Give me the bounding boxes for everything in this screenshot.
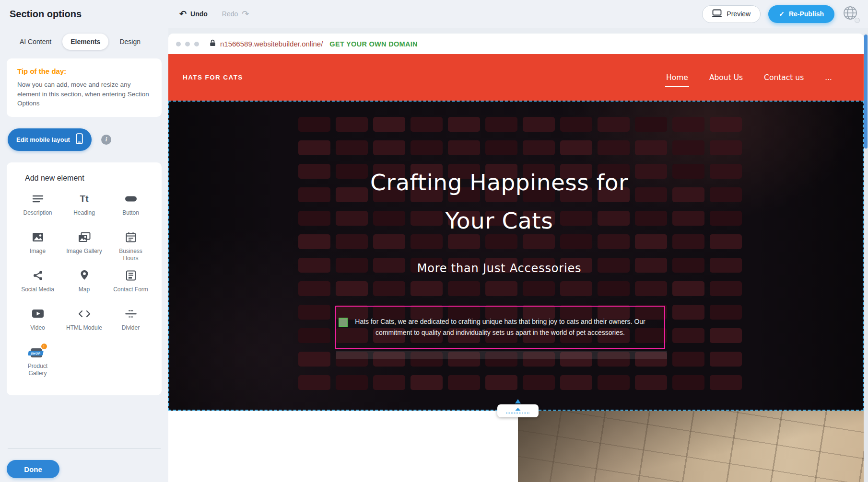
site-page: HATS FOR CATS Home About Us Contact us .…: [168, 54, 864, 482]
phone-icon: [76, 133, 83, 146]
sidebar-divider: [8, 448, 161, 448]
editor-canvas: n1566589.websitebuilder.online/ GET YOUR…: [168, 28, 868, 482]
hero-tile-grid: [298, 117, 742, 390]
element-button[interactable]: Button: [107, 192, 154, 230]
republish-button[interactable]: ✓ Re-Publish: [768, 5, 834, 23]
tab-ai-content[interactable]: AI Content: [12, 34, 59, 50]
description-icon: [32, 192, 44, 206]
element-grid: Description Tt Heading Button: [14, 192, 154, 384]
info-icon[interactable]: i: [101, 135, 111, 145]
product-gallery-icon: SHOP ↑: [30, 345, 46, 359]
edit-mobile-layout-button[interactable]: Edit mobile layout: [8, 128, 92, 151]
html-module-icon: [78, 307, 91, 321]
element-business-hours[interactable]: Business Hours: [107, 230, 154, 269]
topbar-actions: Preview ✓ Re-Publish: [702, 5, 858, 23]
element-map[interactable]: Map: [61, 269, 107, 307]
edit-mobile-layout-label: Edit mobile layout: [16, 136, 70, 143]
tab-elements[interactable]: Elements: [62, 34, 108, 50]
site-header[interactable]: HATS FOR CATS Home About Us Contact us .…: [168, 54, 864, 101]
globe-badge: [855, 18, 860, 23]
element-divider[interactable]: Divider: [107, 307, 154, 345]
tip-body: Now you can add, move and resize any ele…: [17, 80, 149, 108]
heading-icon: Tt: [80, 194, 89, 203]
site-preview-window: n1566589.websitebuilder.online/ GET YOUR…: [168, 34, 864, 482]
nav-about-us[interactable]: About Us: [708, 70, 744, 85]
language-globe-button[interactable]: [842, 6, 858, 22]
redo-icon: ↷: [242, 10, 249, 18]
get-domain-link[interactable]: GET YOUR OWN DOMAIN: [329, 40, 417, 48]
element-heading[interactable]: Tt Heading: [61, 192, 107, 230]
undo-redo-group: ↶ Undo Redo ↷: [179, 0, 249, 28]
section-options-sidebar: AI Content Elements Design Tip of the da…: [0, 28, 168, 482]
video-icon: [32, 307, 44, 321]
preview-button[interactable]: Preview: [702, 5, 761, 23]
contact-form-icon: [126, 269, 136, 282]
tab-design[interactable]: Design: [111, 34, 149, 50]
divider-icon: [125, 307, 137, 321]
element-description[interactable]: Description: [14, 192, 61, 230]
redo-label: Redo: [222, 10, 238, 18]
social-media-icon: [33, 269, 43, 282]
nav-contact-us[interactable]: Contact us: [763, 70, 805, 85]
element-contact-form[interactable]: Contact Form: [107, 269, 154, 307]
tip-of-the-day-card: Tip of the day: Now you can add, move an…: [7, 58, 162, 117]
hero-headline[interactable]: Crafting Happiness for Your Cats: [283, 163, 715, 240]
business-hours-icon: [126, 230, 136, 244]
hero-section-selected[interactable]: Crafting Happiness for Your Cats More th…: [168, 101, 864, 411]
hero-paragraph[interactable]: Hats for Cats, we are dedicated to craft…: [336, 316, 664, 338]
site-nav: Home About Us Contact us ...: [665, 70, 833, 85]
page-title: Section options: [10, 9, 82, 20]
add-element-card: Add new element Description Tt Heading B…: [7, 162, 162, 395]
tip-title: Tip of the day:: [17, 67, 151, 75]
preview-label: Preview: [727, 10, 751, 18]
next-section: [168, 411, 864, 482]
site-url: n1566589.websitebuilder.online/: [220, 40, 323, 48]
browser-chrome: n1566589.websitebuilder.online/ GET YOUR…: [168, 34, 864, 54]
pavement-photo: [518, 411, 864, 482]
nav-home[interactable]: Home: [665, 70, 689, 85]
hero-subheadline[interactable]: More than Just Accessories: [283, 261, 715, 276]
element-video[interactable]: Video: [14, 307, 61, 345]
button-icon: [125, 192, 137, 206]
undo-button[interactable]: ↶ Undo: [179, 10, 208, 18]
done-button[interactable]: Done: [7, 460, 59, 478]
element-product-gallery[interactable]: SHOP ↑ Product Gallery: [14, 345, 61, 384]
lock-icon: [210, 39, 216, 48]
image-gallery-icon: [78, 230, 91, 244]
window-dots: [176, 42, 199, 46]
editor-topbar: Section options ↶ Undo Redo ↷ Preview ✓ …: [0, 0, 868, 28]
mobile-layout-row: Edit mobile layout i: [8, 128, 162, 151]
section-resize-handle[interactable]: [497, 404, 539, 417]
republish-label: Re-Publish: [789, 10, 824, 18]
element-image[interactable]: Image: [14, 230, 61, 269]
undo-label: Undo: [190, 10, 208, 18]
upgrade-arrow-icon: ↑: [40, 343, 48, 350]
element-drag-handle[interactable]: [339, 318, 348, 327]
sidebar-tabs: AI Content Elements Design: [7, 34, 162, 50]
image-icon: [32, 230, 44, 244]
monitor-icon: [712, 9, 722, 19]
ghost-element-bar: [336, 351, 667, 359]
canvas-scrollbar[interactable]: [864, 34, 868, 482]
undo-icon: ↶: [179, 10, 187, 18]
scrollbar-thumb[interactable]: [864, 34, 868, 149]
redo-button[interactable]: Redo ↷: [222, 10, 249, 18]
element-social-media[interactable]: Social Media: [14, 269, 61, 307]
nav-more[interactable]: ...: [824, 70, 833, 85]
element-image-gallery[interactable]: Image Gallery: [61, 230, 107, 269]
map-icon: [80, 269, 89, 282]
site-logo[interactable]: HATS FOR CATS: [183, 74, 243, 81]
element-html-module[interactable]: HTML Module: [61, 307, 107, 345]
check-icon: ✓: [779, 10, 785, 18]
shop-badge: SHOP: [30, 351, 41, 355]
add-element-title: Add new element: [25, 174, 154, 183]
paragraph-selection-box[interactable]: Hats for Cats, we are dedicated to craft…: [335, 306, 665, 349]
